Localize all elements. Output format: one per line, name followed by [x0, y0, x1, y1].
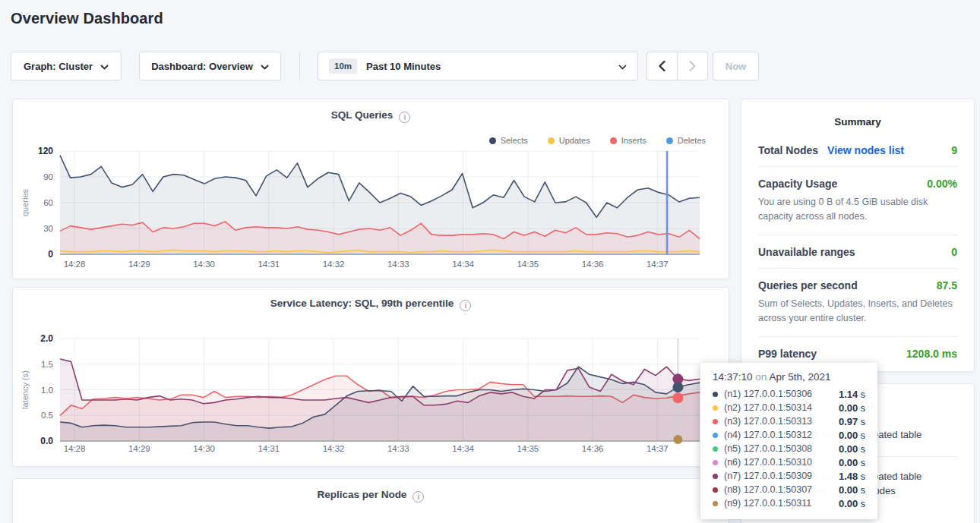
summary-row-label: Capacity Usage: [758, 178, 837, 190]
tooltip-node-value: 1.48 s: [839, 471, 865, 482]
graph-dropdown-label: Graph: Cluster: [24, 61, 93, 72]
tooltip-row: (n9) 127.0.0.1:503110.00 s: [713, 496, 865, 510]
y-tick-label: 60: [43, 198, 53, 207]
tooltip-row: (n3) 127.0.0.1:503130.97 s: [713, 414, 865, 428]
service-latency-chart[interactable]: 0.00.51.01.52.014:2814:2914:3014:3114:32…: [13, 288, 729, 466]
series-dot-icon: [713, 460, 718, 465]
dashboard-dropdown[interactable]: Dashboard: Overview: [139, 52, 281, 80]
time-range-badge: 10m: [329, 58, 357, 74]
x-tick-label: 14:34: [452, 444, 474, 453]
series-dot-icon: [713, 446, 718, 452]
x-tick-label: 14:32: [323, 260, 345, 269]
now-button-label: Now: [726, 61, 746, 72]
info-icon[interactable]: i: [413, 491, 424, 503]
x-tick-label: 14:33: [387, 444, 409, 453]
summary-row-label: Total Nodes: [758, 144, 818, 156]
y-tick-label: 0: [48, 249, 53, 260]
time-step-buttons: [646, 52, 708, 80]
summary-title: Summary: [741, 99, 974, 134]
x-tick-label: 14:35: [517, 260, 539, 269]
chart-title-text: Replicas per Node: [318, 489, 407, 500]
summary-row-value: 9: [951, 144, 957, 156]
view-nodes-list-link[interactable]: View nodes list: [827, 144, 904, 156]
summary-row-label: Queries per second: [758, 279, 858, 291]
tooltip-node-label: (n5) 127.0.0.1:50308: [724, 443, 812, 454]
x-tick-label: 14:31: [258, 260, 280, 269]
x-tick-label: 14:30: [193, 260, 215, 269]
summary-row: Total NodesView nodes list9: [758, 134, 957, 166]
hover-dot: [673, 435, 682, 444]
summary-row-head: Capacity Usage0.00%: [758, 178, 957, 190]
summary-row-head: P99 latency1208.0 ms: [758, 348, 957, 360]
tooltip-row: (n1) 127.0.0.1:503061.14 s: [713, 387, 865, 401]
series-dot-icon: [713, 405, 718, 411]
now-button[interactable]: Now: [713, 52, 759, 80]
tooltip-node-value: 0.00 s: [839, 498, 865, 509]
tooltip-row: (n5) 127.0.0.1:503080.00 s: [713, 442, 865, 455]
tooltip-node-label: (n8) 127.0.0.1:50307: [724, 484, 812, 495]
x-tick-label: 14:34: [452, 260, 474, 269]
tooltip-timestamp: 14:37:10 on Apr 5th, 2021: [713, 371, 865, 383]
tooltip-node-label: (n7) 127.0.0.1:50309: [724, 471, 812, 481]
tooltip-rows: (n1) 127.0.0.1:503061.14 s(n2) 127.0.0.1…: [713, 387, 865, 510]
page-title: Overview Dashboard: [11, 10, 163, 27]
summary-row-description: You are using 0 B of 4.5 GiB usable disk…: [758, 195, 957, 225]
replicas-per-node-title: Replicas per Nodei: [13, 489, 729, 503]
overview-dashboard-page: Overview Dashboard Graph: Cluster Dashbo…: [0, 0, 980, 523]
sql-queries-panel: SQL Queriesi SelectsUpdatesInsertsDelete…: [12, 99, 729, 279]
controls-divider: [299, 52, 300, 80]
summary-row: Capacity Usage0.00%You are using 0 B of …: [758, 166, 957, 235]
dashboard-dropdown-label: Dashboard: Overview: [151, 61, 253, 72]
y-tick-label: 2.0: [40, 333, 53, 344]
x-tick-label: 14:30: [193, 444, 215, 453]
tooltip-node-label: (n4) 127.0.0.1:50312: [724, 430, 812, 440]
series-dot-icon: [713, 501, 718, 506]
summary-row: Unavailable ranges0: [758, 235, 957, 268]
y-axis-name: latency (s): [21, 370, 30, 409]
time-range-picker[interactable]: 10m Past 10 Minutes: [318, 52, 638, 80]
x-tick-label: 14:35: [517, 444, 539, 453]
x-tick-label: 14:32: [323, 444, 345, 453]
chevron-down-icon: [618, 61, 627, 72]
tooltip-node-label: (n1) 127.0.0.1:50306: [724, 389, 812, 399]
x-tick-label: 14:33: [387, 260, 409, 269]
graph-dropdown[interactable]: Graph: Cluster: [11, 52, 122, 80]
hover-dot: [672, 392, 683, 403]
summary-row-label: Unavailable ranges: [758, 246, 855, 258]
series-dot-icon: [713, 474, 718, 479]
tooltip-row: (n6) 127.0.0.1:503100.00 s: [713, 455, 865, 469]
chart-hover-tooltip: 14:37:10 on Apr 5th, 2021 (n1) 127.0.0.1…: [700, 363, 877, 519]
tooltip-node-value: 1.14 s: [839, 389, 865, 400]
y-tick-label: 0.0: [40, 436, 53, 446]
chevron-down-icon: [100, 61, 109, 72]
y-tick-label: 0.5: [41, 411, 53, 420]
y-tick-label: 30: [43, 224, 53, 233]
y-tick-label: 90: [43, 172, 53, 181]
summary-row-head: Total NodesView nodes list9: [758, 144, 957, 156]
series-dot-icon: [713, 419, 718, 424]
y-tick-label: 1.5: [41, 360, 53, 369]
summary-row-value: 87.5: [937, 279, 957, 291]
summary-body: Total NodesView nodes list9Capacity Usag…: [741, 134, 974, 370]
summary-row-head: Unavailable ranges0: [758, 246, 957, 258]
summary-row-value: 0: [951, 246, 957, 258]
y-tick-label: 1.0: [41, 386, 53, 395]
replicas-per-node-panel: Replicas per Nodei: [12, 478, 729, 523]
time-range-label: Past 10 Minutes: [366, 61, 618, 72]
time-step-back-button[interactable]: [647, 52, 678, 80]
summary-panel: Summary Total NodesView nodes list9Capac…: [741, 99, 975, 372]
summary-row-head: Queries per second87.5: [758, 279, 957, 291]
x-tick-label: 14:28: [64, 444, 86, 453]
summary-row-value: 1208.0 ms: [906, 348, 957, 360]
tooltip-row: (n2) 127.0.0.1:503140.00 s: [713, 401, 865, 414]
sql-queries-chart[interactable]: 030609012014:2814:2914:3014:3114:3214:33…: [13, 99, 729, 279]
series-dot-icon: [713, 392, 718, 397]
tooltip-node-label: (n2) 127.0.0.1:50314: [724, 402, 812, 413]
x-tick-label: 14:29: [128, 444, 150, 453]
x-tick-label: 14:31: [258, 444, 280, 453]
time-step-forward-button[interactable]: [678, 52, 708, 80]
summary-row-label: P99 latency: [758, 348, 817, 360]
tooltip-node-label: (n6) 127.0.0.1:50310: [724, 457, 812, 468]
summary-row-value: 0.00%: [927, 178, 957, 190]
tooltip-node-label: (n3) 127.0.0.1:50313: [724, 416, 812, 427]
